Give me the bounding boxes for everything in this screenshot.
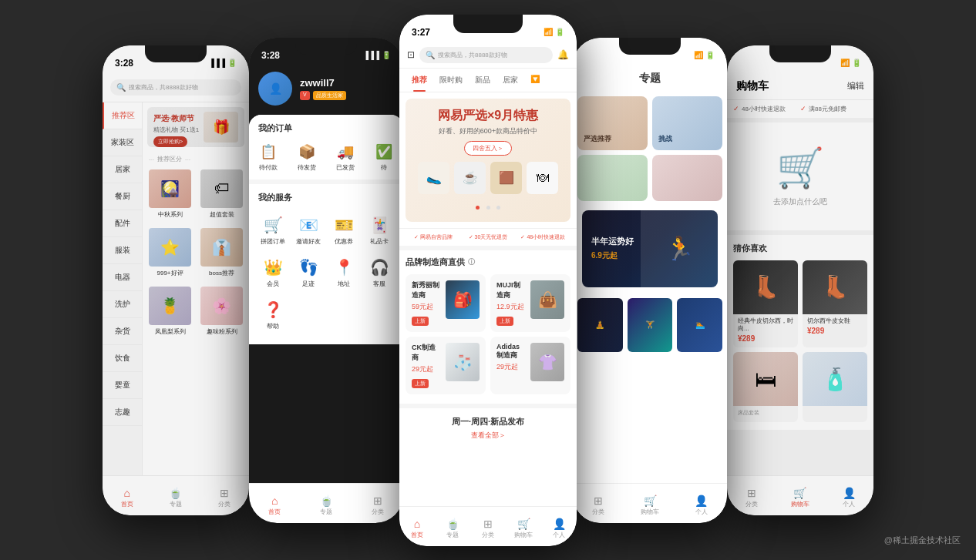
recommend-boot-2[interactable]: 👢 切尔西牛皮女鞋 ¥289 [803, 260, 867, 348]
order-shipped[interactable]: 🚚 已发货 [326, 143, 365, 172]
badge-v: V [300, 91, 310, 100]
cat-饮食[interactable]: 饮食 [103, 345, 142, 372]
cat-洗护[interactable]: 洗护 [103, 291, 142, 318]
nav-home-1[interactable]: ⌂ 首页 [103, 483, 151, 508]
tab-flash[interactable]: 限时购 [433, 69, 469, 92]
product-boss[interactable]: 👔 boss推荐 [197, 225, 246, 280]
recommend-grid: 👢 经典牛皮切尔西，时尚... ¥289 👢 切尔西牛皮女鞋 ¥289 [733, 260, 867, 423]
product-凤梨[interactable]: 🍍 凤凰梨系列 [146, 283, 194, 339]
nav-profile-3[interactable]: 👤 个人 [541, 514, 577, 539]
product-超值套装[interactable]: 🏷 超值套装 [197, 166, 246, 222]
brand-card-samsonite[interactable]: 新秀丽制造商 59元起 上新 🎒 [406, 274, 486, 332]
nav-topics-2[interactable]: 🍵 专题 [301, 491, 352, 516]
nav-profile-4[interactable]: 👤 个人 [675, 491, 727, 516]
cat-婴童[interactable]: 婴童 [103, 372, 142, 399]
product-中秋系列[interactable]: 🎑 中秋系列 [146, 166, 194, 222]
brand-grid: 新秀丽制造商 59元起 上新 🎒 MUJI制造商 12.9元起 上新 👜 [406, 274, 570, 394]
service-giftcard[interactable]: 🃏 礼品卡 [362, 210, 397, 252]
cat-杂货[interactable]: 杂货 [103, 318, 142, 345]
member-label: 会员 [267, 280, 279, 288]
tab-new[interactable]: 新品 [469, 69, 496, 92]
brand-card-adidas[interactable]: Adidas制造商 29元起 👚 [490, 337, 570, 394]
recommend-extra[interactable]: 🧴 [803, 352, 867, 422]
nav-cart-3[interactable]: 🛒 购物车 [506, 514, 541, 539]
cat-家装区[interactable]: 家装区 [103, 129, 142, 156]
nav-category-1[interactable]: ⊞ 分类 [200, 483, 249, 508]
tab-more[interactable]: 🔽 [524, 69, 546, 92]
small-card-3[interactable]: 🏊 [677, 298, 722, 352]
product-趣味[interactable]: 🌸 趣味粉系列 [197, 283, 246, 339]
nav-topics-3[interactable]: 🍵 专题 [435, 514, 470, 539]
cat-餐厨[interactable]: 餐厨 [103, 183, 142, 210]
topic-card-4[interactable] [652, 155, 722, 201]
nav-category-3[interactable]: ⊞ 分类 [470, 514, 506, 539]
nav-topics-1[interactable]: 🍵 专题 [151, 483, 200, 508]
scan-icon[interactable]: ⊡ [407, 49, 415, 60]
banner-promo[interactable]: 严选·教师节 精选礼物 买1送1 立即抢购> 🎁 [147, 107, 244, 147]
bell-icon[interactable]: 🔔 [557, 49, 569, 60]
service-group-order[interactable]: 🛒 拼团订单 [255, 210, 291, 252]
brand-price-ck: 29元起 [412, 364, 441, 374]
cat-电器[interactable]: 电器 [103, 264, 142, 291]
nav-category-4[interactable]: ⊞ 分类 [573, 491, 624, 516]
service-address[interactable]: 📍 地址 [326, 252, 362, 294]
phone2-header: 👤 zwwill7 V 品质生活家 [249, 65, 403, 112]
topic-card-3[interactable] [577, 155, 648, 201]
order-pending-ship[interactable]: 📦 待发货 [288, 143, 326, 172]
service-history[interactable]: 👣 足迹 [291, 252, 326, 294]
phone2-body: 我的订单 📋 待付款 📦 待发货 🚚 已发货 ✅ [249, 115, 403, 344]
bottom-nav-3: ⌂ 首页 🍵 专题 ⊞ 分类 🛒 购物车 👤 个人 [399, 506, 577, 546]
small-card-1[interactable]: 🧘 [577, 298, 623, 352]
search-bar-3[interactable]: 🔍 搜索商品，共8888款好物 [419, 47, 553, 63]
cat-配件[interactable]: 配件 [103, 210, 142, 237]
service-support[interactable]: 🎧 客服 [362, 252, 397, 294]
service-member[interactable]: 👑 会员 [255, 252, 291, 294]
cat-推荐区[interactable]: 推荐区 [103, 102, 142, 129]
nav-home-2[interactable]: ⌂ 首页 [249, 491, 301, 516]
phone1-body: 推荐区 家装区 居家 餐厨 配件 服装 电器 洗护 杂货 饮食 婴童 志趣 严选 [103, 102, 249, 483]
cat-志趣[interactable]: 志趣 [103, 399, 142, 426]
nav-home-3[interactable]: ⌂ 首页 [399, 514, 435, 539]
brand-card-muji[interactable]: MUJI制造商 12.9元起 上新 👜 [490, 274, 570, 332]
brand-tag-muji: 上新 [496, 317, 513, 326]
phone5-header: 购物车 编辑 [727, 73, 873, 100]
topic-card-2[interactable]: 挑战 [652, 96, 722, 150]
small-card-2[interactable]: 🏋 [628, 298, 673, 352]
small-card-icon-3: 🏊 [695, 320, 705, 329]
nav-cart-5[interactable]: 🛒 购物车 [776, 483, 824, 508]
nav-cart-4[interactable]: 🛒 购物车 [624, 491, 676, 516]
product-img-2: 🏷 [200, 169, 243, 208]
order-pending-pay[interactable]: 📋 待付款 [249, 143, 288, 172]
screen-5: 📶 🔋 购物车 编辑 48小时快速退款 满88元免邮费 🛒 去添加点什么吧 [727, 45, 873, 515]
brand-card-ck[interactable]: CK制造商 29元起 上新 🧦 [406, 337, 486, 394]
hero-btn[interactable]: 四舍五入＞ [464, 141, 512, 156]
small-cards: 🧘 🏋 🏊 [573, 293, 727, 357]
history-label: 足迹 [302, 280, 315, 288]
service-help[interactable]: ❓ 帮助 [255, 294, 291, 337]
topic-card-1[interactable]: 严选推荐 [577, 96, 648, 150]
tab-recommend[interactable]: 推荐 [406, 69, 433, 92]
product-好评[interactable]: ⭐ 999+好评 [146, 225, 194, 280]
invite-icon: 📧 [299, 216, 318, 234]
weekly-btn[interactable]: 查看全部＞ [406, 431, 570, 441]
recommend-bedding[interactable]: 🛏 床品套装 [733, 352, 798, 422]
sport-banner[interactable]: 半年运势好 6.9元起 🏃 [582, 210, 718, 287]
service-invite[interactable]: 📧 邀请好友 [291, 210, 326, 252]
edit-btn[interactable]: 编辑 [847, 80, 864, 92]
pending-pay-label: 待付款 [259, 163, 278, 172]
phone3-tabs: 推荐 限时购 新品 居家 🔽 [399, 69, 577, 92]
nav-category-5[interactable]: ⊞ 分类 [727, 483, 776, 508]
nav-category-2[interactable]: ⊞ 分类 [352, 491, 403, 516]
service-coupon[interactable]: 🎫 优惠券 [326, 210, 362, 252]
nav-label-cart-5: 购物车 [791, 500, 809, 508]
search-bar-1[interactable]: 🔍 搜索商品，共8888款好物 [110, 79, 241, 96]
nav-profile-5[interactable]: 👤 个人 [825, 483, 873, 508]
hero-sub: 好看、好用的600+款商品特价中 [415, 126, 561, 136]
cat-服装[interactable]: 服装 [103, 237, 142, 264]
topics-icon-1: 🍵 [169, 488, 182, 498]
banner-btn[interactable]: 立即抢购> [153, 136, 187, 147]
order-pending-4[interactable]: ✅ 待 [365, 143, 403, 172]
cat-居家[interactable]: 居家 [103, 156, 142, 183]
recommend-boot-1[interactable]: 👢 经典牛皮切尔西，时尚... ¥289 [733, 260, 798, 348]
tab-home[interactable]: 居家 [496, 69, 524, 92]
